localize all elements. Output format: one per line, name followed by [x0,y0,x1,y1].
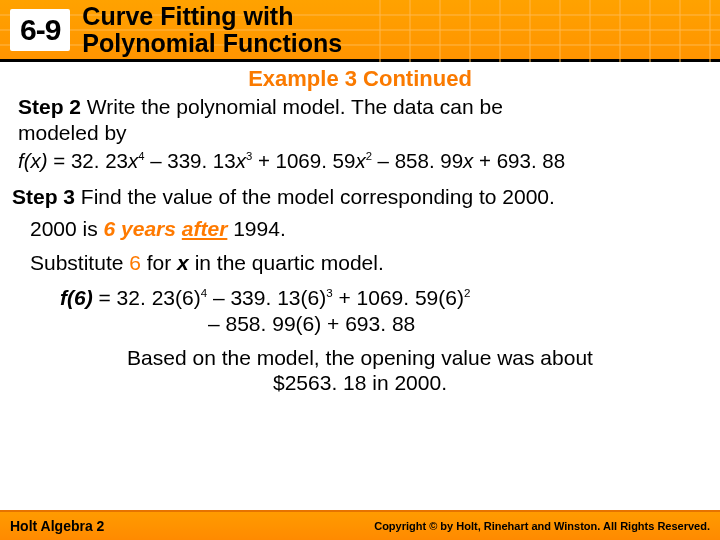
title-line-2: Polynomial Functions [82,29,342,57]
conclusion: Based on the model, the opening value wa… [42,345,678,395]
formula-t3: + 1069. 59 [252,149,355,172]
year-relation: 2000 is 6 years after 1994. [30,217,708,241]
step3-text: Step 3 Find the value of the model corre… [12,185,708,209]
sub-post: in the quartic model. [189,251,384,274]
sub-pre: Substitute [30,251,129,274]
sub-six: 6 [129,251,141,274]
formula-x3: x [236,149,246,172]
example-title: Example 3 Continued [12,66,708,92]
slide-content: Example 3 Continued Step 2 Write the pol… [0,62,720,395]
step3-body: Find the value of the model correspondin… [75,185,555,208]
footer-brand: Holt Algebra 2 [10,518,104,534]
formula-x2: x [355,149,365,172]
substitute-line: Substitute 6 for x in the quartic model. [30,251,708,275]
f6-t3: + 1069. 59(6) [333,286,464,309]
step2-body1: Write the polynomial model. The data can… [81,95,503,118]
sub-x: x [177,251,189,274]
formula-t4: – 858. 99 [372,149,463,172]
formula-t2: – 339. 13 [144,149,235,172]
formula-x1: x [463,149,473,172]
step2-body2: modeled by [18,121,127,144]
step2-label: Step 2 [18,95,81,118]
yr-pre: 2000 is [30,217,104,240]
formula-x4: x [128,149,138,172]
f6-evaluation: f(6) = 32. 23(6)4 – 339. 13(6)3 + 1069. … [60,285,708,338]
formula-t5: + 693. 88 [473,149,565,172]
yr-post: 1994. [227,217,285,240]
yr-six: 6 years [104,217,176,240]
section-number-badge: 6-9 [10,9,70,51]
f6-label: f(6) [60,286,93,309]
polynomial-formula: f(x) = 32. 23x4 – 339. 13x3 + 1069. 59x2… [18,149,708,173]
concl-l1: Based on the model, the opening value wa… [127,346,593,369]
f6-line2: – 858. 99(6) + 693. 88 [208,311,708,337]
slide-footer: Holt Algebra 2 Copyright © by Holt, Rine… [0,510,720,540]
yr-after: after [182,217,228,240]
f6-e2: 2 [464,287,470,299]
step3-label: Step 3 [12,185,75,208]
footer-copyright: Copyright © by Holt, Rinehart and Winsto… [374,520,710,532]
f6-t2: – 339. 13(6) [207,286,326,309]
sub-mid: for [141,251,177,274]
f6-eq: = 32. 23(6) [93,286,201,309]
concl-l2: $2563. 18 in 2000. [273,371,447,394]
step2-text: Step 2 Write the polynomial model. The d… [18,94,708,147]
title-line-1: Curve Fitting with [82,2,293,30]
formula-eq: = 32. 23 [48,149,128,172]
slide-header: 6-9 Curve Fitting with Polynomial Functi… [0,0,720,62]
section-title: Curve Fitting with Polynomial Functions [82,3,342,56]
formula-x: (x) [24,149,48,172]
